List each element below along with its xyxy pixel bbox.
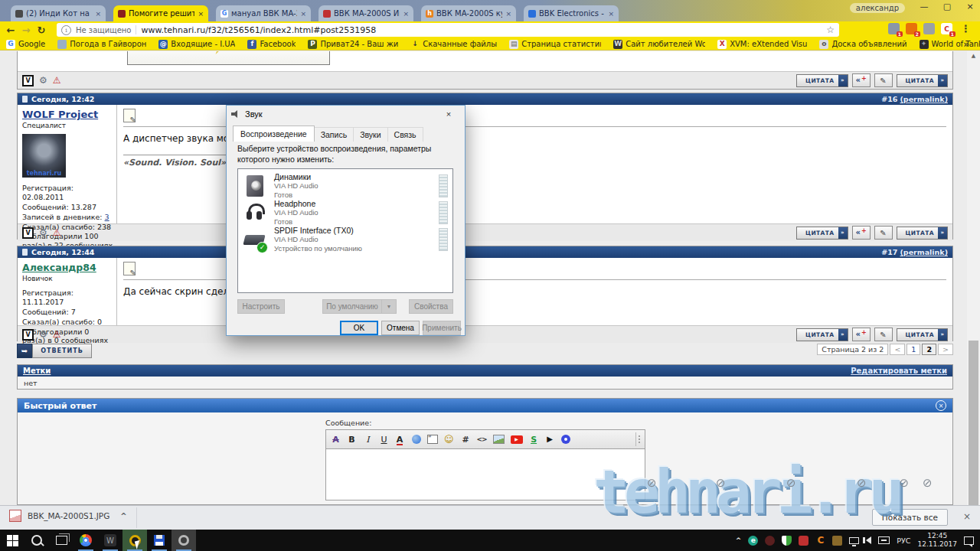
tray-red-icon[interactable]: [799, 536, 808, 546]
page-scrollbar[interactable]: ▲: [967, 51, 980, 505]
report-warning-icon[interactable]: ⚠: [53, 227, 61, 238]
bookmark-item[interactable]: X XVM: eXtended Visu: [717, 40, 807, 49]
vcard-icon[interactable]: V: [22, 75, 34, 86]
insert-link-icon[interactable]: [411, 434, 421, 445]
gear-icon[interactable]: ⚙: [39, 75, 47, 86]
tab-close-icon[interactable]: ×: [505, 10, 511, 18]
reply-arrow-icon[interactable]: ➥: [17, 344, 32, 358]
bookmarks-overflow-icon[interactable]: »: [963, 39, 969, 50]
tray-box-icon[interactable]: [832, 536, 842, 546]
taskbar-search-icon[interactable]: [24, 530, 49, 551]
browser-tab[interactable]: G мануал ВВК MA-2000S ×: [216, 5, 311, 21]
permalink-link[interactable]: (permalink): [900, 248, 948, 256]
task-view-icon[interactable]: [49, 530, 74, 551]
editor-resize-handle[interactable]: [635, 432, 642, 446]
attachment-thumbnail[interactable]: [127, 51, 330, 65]
multiquote-button[interactable]: «+: [852, 226, 871, 240]
apply-button[interactable]: Применить: [423, 321, 461, 335]
insert-image-icon[interactable]: [493, 434, 505, 445]
set-default-button[interactable]: По умолчанию: [322, 299, 382, 314]
user-avatar[interactable]: tehnari.ru: [22, 134, 66, 178]
quote-button[interactable]: цитата»: [897, 227, 948, 240]
collapse-icon[interactable]: ×: [936, 400, 946, 411]
tab-close-icon[interactable]: ×: [95, 10, 101, 18]
reload-icon[interactable]: ↻: [34, 24, 49, 36]
set-default-dropdown-icon[interactable]: ▼: [382, 299, 397, 314]
quote-button[interactable]: цитата»: [897, 328, 948, 341]
download-caret-icon[interactable]: ^: [120, 512, 126, 520]
bookmark-item[interactable]: P Приват24 - Ваш жи: [308, 40, 398, 49]
message-textarea[interactable]: [325, 449, 645, 500]
ok-button[interactable]: OK: [340, 321, 378, 335]
hash-icon[interactable]: #: [461, 434, 471, 445]
download-item[interactable]: BBK_MA-2000S1.JPG ^: [9, 510, 127, 522]
tray-e-icon[interactable]: e: [748, 536, 758, 546]
report-warning-icon[interactable]: ⚠: [53, 329, 61, 340]
extension-icon-paw[interactable]: [923, 23, 935, 34]
bold-icon[interactable]: B: [347, 434, 357, 445]
tray-expand-icon[interactable]: ^: [736, 536, 742, 544]
vcard-icon[interactable]: V: [22, 227, 34, 239]
permalink-link[interactable]: (permalink): [900, 95, 948, 103]
url-text[interactable]: www.tehnari.ru/f32/t256561/index2.html#p…: [141, 25, 822, 35]
prev-page-button[interactable]: <: [890, 344, 905, 355]
device-row[interactable]: ✓ Headphone VIA HD Audio Готов: [238, 199, 452, 226]
close-icon[interactable]: ×: [965, 2, 975, 11]
page-1-link[interactable]: 1: [906, 344, 920, 355]
info-icon[interactable]: i: [61, 25, 71, 35]
diary-link[interactable]: 3: [105, 213, 109, 221]
youtube-icon[interactable]: ▶: [511, 434, 523, 445]
quickedit-button[interactable]: ✎: [874, 73, 893, 87]
code-icon[interactable]: <>: [477, 434, 487, 445]
tab-close-icon[interactable]: ×: [198, 10, 204, 18]
underline-icon[interactable]: U: [379, 434, 389, 445]
dialog-tab[interactable]: Воспроизведение: [233, 126, 315, 142]
tray-app-icon[interactable]: [765, 536, 775, 546]
browser-menu-icon[interactable]: ⋮: [961, 23, 971, 34]
dialog-tab[interactable]: Связь: [387, 127, 423, 142]
show-all-downloads-button[interactable]: Показать все: [872, 509, 948, 526]
action-center-icon[interactable]: [964, 536, 974, 545]
next-page-button[interactable]: >: [938, 344, 953, 355]
bookmark-item[interactable]: W Сайт любителей Wo: [613, 40, 705, 49]
font-color-icon[interactable]: A: [395, 434, 405, 445]
coub-icon[interactable]: [561, 434, 571, 445]
quote-button[interactable]: цитата»: [796, 328, 848, 341]
volume-icon[interactable]: [866, 536, 871, 544]
forward-icon[interactable]: →: [18, 24, 34, 36]
gear-icon[interactable]: ⚙: [39, 329, 47, 340]
extension-icon-2[interactable]: 2: [906, 23, 917, 34]
quote-button[interactable]: цитата»: [796, 74, 848, 87]
bookmark-item[interactable]: Погода в Гайворон: [57, 40, 146, 49]
taskbar-chrome-icon[interactable]: [74, 530, 98, 551]
back-icon[interactable]: ←: [3, 24, 18, 36]
bookmark-item[interactable]: ▤ Страница статистик: [509, 40, 601, 49]
taskbar-photos-icon[interactable]: [172, 530, 196, 551]
device-row[interactable]: ✓ SPDIF Interface (TX0) VIA HD Audio Уст…: [238, 226, 452, 253]
gear-icon[interactable]: ⚙: [39, 227, 47, 238]
minimize-icon[interactable]: —: [919, 2, 929, 11]
bookmark-item[interactable]: f Facebook: [247, 40, 296, 49]
video-embed-icon[interactable]: ▶: [545, 434, 555, 445]
maximize-icon[interactable]: ▢: [942, 2, 952, 11]
browser-tab[interactable]: Помогите решить проб ×: [113, 5, 208, 21]
bookmark-item[interactable]: ↓ Скачанные файлы: [410, 40, 497, 49]
taskbar-daemon-icon[interactable]: [122, 530, 147, 551]
browser-tab[interactable]: (2) Инди Кот на Facebo ×: [11, 5, 106, 21]
taskbar-wot-icon[interactable]: W: [98, 530, 122, 551]
keyboard-icon[interactable]: [878, 536, 890, 544]
username-link[interactable]: Александр84: [22, 262, 113, 273]
scroll-up-icon[interactable]: ▲: [967, 53, 980, 59]
smilies-icon[interactable]: ☺: [444, 434, 455, 445]
start-button[interactable]: [0, 530, 24, 551]
dialog-tab[interactable]: Запись: [314, 127, 354, 142]
device-row[interactable]: ✓ Динамики VIA HD Audio Готов: [238, 172, 452, 199]
bookmark-item[interactable]: G Google: [6, 40, 45, 49]
bookmark-star-icon[interactable]: ☆: [826, 24, 835, 35]
bookmark-item[interactable]: ✦ World of Tanks — б: [920, 40, 980, 49]
address-bar[interactable]: i Не защищено www.tehnari.ru/f32/t256561…: [57, 23, 839, 37]
quote-button[interactable]: цитата»: [796, 227, 848, 240]
extension-icon-c1[interactable]: C 1: [941, 23, 952, 34]
browser-tab[interactable]: ВВК MA-2000S Инстру ×: [318, 5, 413, 21]
tab-close-icon[interactable]: ×: [403, 10, 409, 18]
